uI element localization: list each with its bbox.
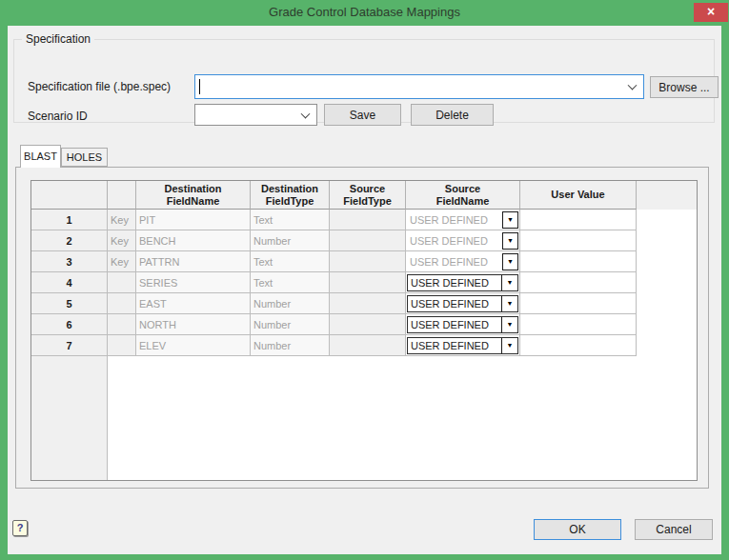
ok-button[interactable]: OK: [534, 519, 621, 540]
source-fieldname-cell: USER DEFINED ▼: [406, 230, 520, 251]
source-fieldtype-cell: [330, 251, 406, 272]
source-fieldname-combo[interactable]: USER DEFINED ▼: [407, 316, 518, 333]
scenario-id-combobox[interactable]: [194, 104, 317, 126]
table-row: 1 Key PIT Text USER DEFINED ▼: [31, 210, 697, 230]
destination-fieldtype-cell: Number: [251, 335, 330, 356]
row-number-cell[interactable]: 2: [31, 230, 108, 251]
tab-holes[interactable]: HOLES: [61, 148, 108, 167]
key-cell: [108, 314, 136, 335]
user-value-cell[interactable]: [520, 251, 637, 272]
row-number-cell[interactable]: 4: [31, 272, 108, 293]
dropdown-arrow-icon[interactable]: ▼: [501, 317, 517, 332]
specification-file-label: Specification file (.bpe.spec): [28, 80, 171, 93]
source-fieldname-combo[interactable]: USER DEFINED ▼: [407, 274, 518, 291]
delete-button[interactable]: Delete: [411, 104, 494, 126]
source-fieldname-value: USER DEFINED: [408, 277, 501, 289]
close-button[interactable]: ×: [694, 3, 728, 22]
source-fieldname-combo[interactable]: USER DEFINED ▼: [407, 253, 518, 270]
source-fieldname-cell: USER DEFINED ▼: [406, 335, 520, 356]
header-user-value: User Value: [520, 181, 637, 210]
source-fieldname-cell: USER DEFINED ▼: [406, 272, 520, 293]
destination-fieldtype-cell: Number: [251, 314, 330, 335]
help-button[interactable]: ?: [12, 520, 28, 536]
header-source-fieldtype: Source FieldType: [330, 181, 406, 210]
user-value-cell[interactable]: [520, 335, 637, 356]
source-fieldname-value: USER DEFINED: [407, 256, 502, 268]
blast-tab-panel: Destination FieldName Destination FieldT…: [15, 167, 709, 489]
user-value-cell[interactable]: [520, 272, 637, 293]
row-filler-cell: [637, 210, 697, 230]
source-fieldtype-cell: [330, 272, 406, 293]
destination-fieldtype-cell: Text: [251, 210, 330, 230]
user-value-cell[interactable]: [520, 230, 637, 251]
source-fieldtype-cell: [330, 314, 406, 335]
destination-fieldname-cell: ELEV: [136, 335, 251, 356]
source-fieldname-value: USER DEFINED: [407, 214, 502, 226]
source-fieldtype-cell: [330, 210, 406, 230]
row-filler-cell: [637, 293, 697, 314]
header-row-number: [31, 181, 108, 210]
row-number-cell[interactable]: 5: [31, 293, 108, 314]
chevron-down-icon[interactable]: [301, 109, 311, 118]
grid-empty-area: [31, 356, 697, 480]
user-value-cell[interactable]: [520, 293, 637, 314]
dialog-title: Grade Control Database Mappings: [0, 0, 729, 26]
destination-fieldtype-cell: Text: [251, 272, 330, 293]
source-fieldname-combo[interactable]: USER DEFINED ▼: [407, 337, 518, 354]
row-number-cell[interactable]: 3: [31, 251, 108, 272]
destination-fieldname-cell: EAST: [136, 293, 251, 314]
header-key: [108, 181, 136, 210]
header-filler: [637, 181, 697, 210]
dialog-body: Specification Specification file (.bpe.s…: [8, 26, 721, 554]
specification-group: Specification Specification file (.bpe.s…: [13, 39, 715, 123]
destination-fieldname-cell: NORTH: [136, 314, 251, 335]
header-destination-fieldname: Destination FieldName: [136, 181, 251, 210]
key-cell: Key: [108, 210, 136, 230]
row-header-strip: [31, 356, 108, 480]
specification-group-label: Specification: [22, 32, 94, 46]
dropdown-arrow-icon[interactable]: ▼: [502, 253, 518, 270]
source-fieldname-value: USER DEFINED: [408, 319, 501, 330]
table-row: 2 Key BENCH Number USER DEFINED ▼: [31, 230, 697, 251]
help-icon: ?: [17, 522, 24, 533]
source-fieldtype-cell: [330, 230, 406, 251]
destination-fieldtype-cell: Number: [251, 230, 330, 251]
dropdown-arrow-icon[interactable]: ▼: [501, 338, 517, 353]
browse-button[interactable]: Browse ...: [650, 76, 719, 98]
row-number-cell[interactable]: 7: [31, 335, 108, 356]
specification-file-combobox[interactable]: [194, 74, 644, 99]
table-row: 3 Key PATTRN Text USER DEFINED ▼: [31, 251, 697, 272]
tab-blast[interactable]: BLAST: [20, 145, 61, 168]
source-fieldname-cell: USER DEFINED ▼: [406, 251, 520, 272]
save-button[interactable]: Save: [324, 104, 401, 126]
dropdown-arrow-icon[interactable]: ▼: [501, 296, 517, 311]
user-value-cell[interactable]: [520, 314, 637, 335]
mappings-table: Destination FieldName Destination FieldT…: [30, 180, 698, 481]
row-number-cell[interactable]: 1: [31, 210, 108, 230]
user-value-cell[interactable]: [520, 210, 637, 230]
table-row: 4 SERIES Text USER DEFINED ▼: [31, 272, 697, 293]
cancel-button[interactable]: Cancel: [635, 519, 713, 540]
key-cell: [108, 272, 136, 293]
destination-fieldtype-cell: Text: [251, 251, 330, 272]
key-cell: [108, 293, 136, 314]
dropdown-arrow-icon[interactable]: ▼: [502, 211, 518, 229]
text-caret: [199, 79, 200, 94]
table-row: 5 EAST Number USER DEFINED ▼: [31, 293, 697, 314]
source-fieldname-combo[interactable]: USER DEFINED ▼: [407, 295, 518, 312]
row-filler-cell: [637, 314, 697, 335]
row-number-cell[interactable]: 6: [31, 314, 108, 335]
empty-cells-area: [108, 356, 697, 480]
source-fieldname-cell: USER DEFINED ▼: [406, 293, 520, 314]
chevron-down-icon[interactable]: [628, 81, 638, 90]
titlebar[interactable]: Grade Control Database Mappings ×: [0, 0, 729, 26]
source-fieldname-combo[interactable]: USER DEFINED ▼: [407, 211, 518, 229]
source-fieldname-combo[interactable]: USER DEFINED ▼: [407, 232, 518, 250]
destination-fieldname-cell: PIT: [136, 210, 251, 230]
key-cell: [108, 335, 136, 356]
dropdown-arrow-icon[interactable]: ▼: [501, 275, 517, 290]
destination-fieldname-cell: SERIES: [136, 272, 251, 293]
dropdown-arrow-icon[interactable]: ▼: [502, 232, 518, 250]
destination-fieldname-cell: BENCH: [136, 230, 251, 251]
destination-fieldtype-cell: Number: [251, 293, 330, 314]
